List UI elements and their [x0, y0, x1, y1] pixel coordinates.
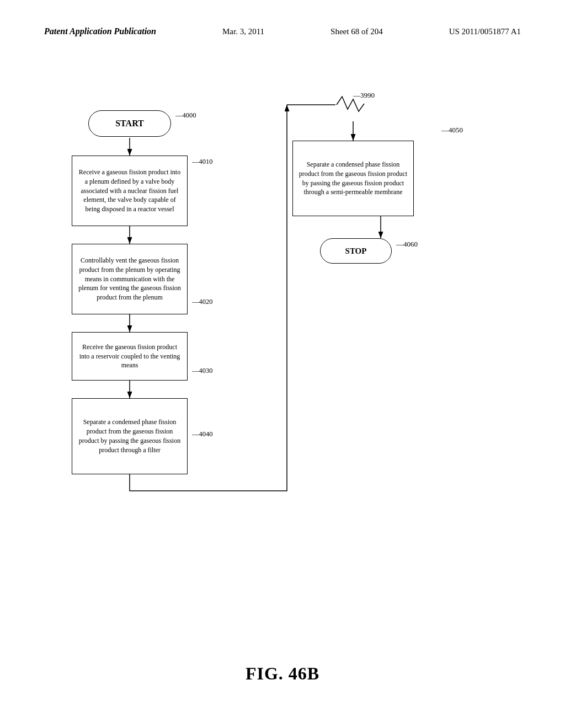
start-box: START [88, 110, 171, 137]
box-4020: Controllably vent the gaseous fission pr… [72, 244, 188, 314]
publication-label: Patent Application Publication [44, 26, 156, 36]
label-4040: —4040 [192, 430, 213, 438]
label-4000: —4000 [175, 111, 196, 120]
sheet-label: Sheet 68 of 204 [331, 27, 383, 36]
page-header: Patent Application Publication Mar. 3, 2… [0, 26, 565, 36]
stop-box: STOP [320, 238, 392, 264]
box-4040: Separate a condensed phase fission produ… [72, 398, 188, 474]
date-label: Mar. 3, 2011 [222, 27, 264, 36]
box-4050: Separate a condensed phase fission produ… [292, 141, 414, 216]
patent-number-label: US 2011/0051877 A1 [449, 27, 521, 36]
label-4060: —4060 [396, 240, 418, 249]
figure-caption: FIG. 46B [0, 663, 565, 684]
label-4050: —4050 [441, 126, 463, 135]
label-4030: —4030 [192, 367, 213, 375]
label-4010: —4010 [192, 158, 213, 166]
box-4030: Receive the gaseous fission product into… [72, 332, 188, 381]
label-3990: —3990 [353, 91, 375, 100]
flowchart-diagram: START —4000 Receive a gaseous fission pr… [33, 88, 532, 618]
label-4020: —4020 [192, 298, 213, 306]
box-4010: Receive a gaseous fission product into a… [72, 156, 188, 226]
